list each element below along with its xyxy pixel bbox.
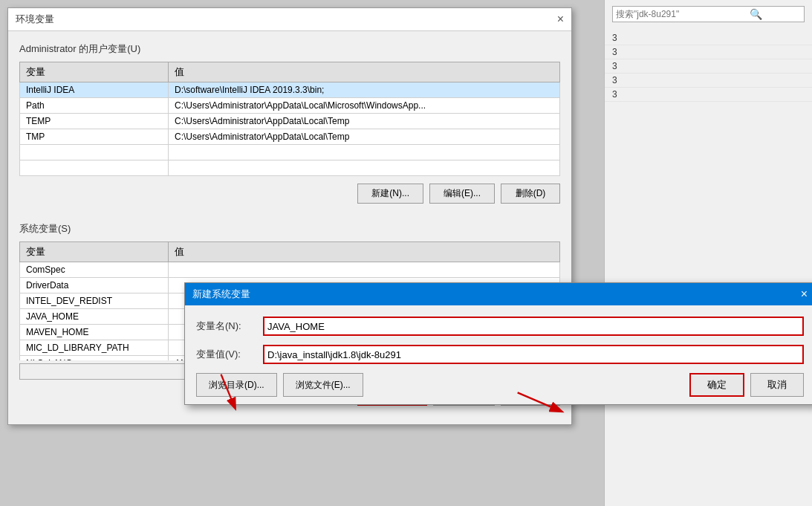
var-value-row: 变量值(V): xyxy=(196,345,804,364)
user-row-var: TMP xyxy=(20,129,169,145)
browse-file-button[interactable]: 浏览文件(E)... xyxy=(283,373,363,397)
env-dialog-titlebar: 环境变量 × xyxy=(8,8,571,31)
search-button[interactable]: 🔍 xyxy=(750,8,762,20)
user-table-row[interactable]: TMP C:\Users\Administrator\AppData\Local… xyxy=(20,129,560,145)
background-right-panel: 🔍 3 3 3 3 3 xyxy=(604,0,812,506)
new-var-btn-row: 浏览目录(D)... 浏览文件(E)... 确定 取消 xyxy=(196,373,804,397)
user-new-button[interactable]: 新建(N)... xyxy=(357,184,423,204)
user-row-val: C:\Users\Administrator\AppData\Local\Mic… xyxy=(169,98,560,114)
new-var-left-buttons: 浏览目录(D)... 浏览文件(E)... xyxy=(196,373,683,397)
user-table-row[interactable]: Path C:\Users\Administrator\AppData\Loca… xyxy=(20,98,560,114)
new-var-close-button[interactable]: × xyxy=(801,288,808,300)
user-table-row[interactable] xyxy=(20,160,560,176)
user-table-row[interactable] xyxy=(20,145,560,160)
sys-row-val xyxy=(169,262,560,278)
search-input[interactable] xyxy=(616,9,750,19)
user-table-row[interactable]: TEMP C:\Users\Administrator\AppData\Loca… xyxy=(20,114,560,129)
var-name-label: 变量名(N): xyxy=(196,320,263,333)
sys-row-var: DriverData xyxy=(20,278,169,293)
bg-list-item: 3 xyxy=(605,88,812,102)
new-var-dialog: 新建系统变量 × 变量名(N): 变量值(V): 浏览目录(D)... 浏览文件… xyxy=(184,282,812,405)
sys-row-var: ComSpec xyxy=(20,262,169,278)
user-col-val: 值 xyxy=(169,62,560,82)
user-row-var: TEMP xyxy=(20,114,169,129)
bg-list-item: 3 xyxy=(605,45,812,59)
sys-col-val: 值 xyxy=(169,242,560,262)
sys-section-title: 系统变量(S) xyxy=(19,222,560,236)
user-delete-button[interactable]: 删除(D) xyxy=(501,184,560,204)
var-name-row: 变量名(N): xyxy=(196,317,804,336)
sys-table-row[interactable]: ComSpec xyxy=(20,262,560,278)
user-btn-row: 新建(N)... 编辑(E)... 删除(D) xyxy=(19,184,560,204)
env-dialog-close[interactable]: × xyxy=(557,13,564,25)
new-var-titlebar: 新建系统变量 × xyxy=(185,283,812,305)
user-row-val: D:\software\IntelliJ IDEA 2019.3.3\bin; xyxy=(169,82,560,98)
new-var-right-buttons: 确定 取消 xyxy=(689,373,804,397)
confirm-button[interactable]: 确定 xyxy=(689,373,744,397)
sys-row-var: INTEL_DEV_REDIST xyxy=(20,293,169,309)
browse-dir-button[interactable]: 浏览目录(D)... xyxy=(196,373,277,397)
search-bar[interactable]: 🔍 xyxy=(612,6,805,22)
cancel-button[interactable]: 取消 xyxy=(750,373,804,397)
user-var-table: 变量 值 IntelliJ IDEA D:\software\IntelliJ … xyxy=(19,62,560,176)
user-table-row[interactable]: IntelliJ IDEA D:\software\IntelliJ IDEA … xyxy=(20,82,560,98)
user-section-title: Administrator 的用户变量(U) xyxy=(19,42,560,56)
bg-list-item: 3 xyxy=(605,59,812,74)
var-name-input[interactable] xyxy=(263,317,804,336)
bg-list-item: 3 xyxy=(605,74,812,88)
sys-row-var: MAVEN_HOME xyxy=(20,325,169,340)
user-col-var: 变量 xyxy=(20,62,169,82)
user-edit-button[interactable]: 编辑(E)... xyxy=(429,184,495,204)
sys-row-var: JAVA_HOME xyxy=(20,309,169,325)
sys-col-var: 变量 xyxy=(20,242,169,262)
new-var-title: 新建系统变量 xyxy=(192,288,250,301)
new-var-body: 变量名(N): 变量值(V): 浏览目录(D)... 浏览文件(E)... 确定… xyxy=(185,305,812,404)
bg-list-item: 3 xyxy=(605,31,812,45)
sys-row-var: MIC_LD_LIBRARY_PATH xyxy=(20,340,169,356)
bg-list: 3 3 3 3 3 xyxy=(605,28,812,105)
var-value-input[interactable] xyxy=(263,345,804,364)
env-dialog-title: 环境变量 xyxy=(16,13,54,26)
user-row-var: IntelliJ IDEA xyxy=(20,82,169,98)
sys-row-var: NLS_LANG xyxy=(20,356,169,361)
var-value-label: 变量值(V): xyxy=(196,348,263,361)
user-row-var: Path xyxy=(20,98,169,114)
user-row-val: C:\Users\Administrator\AppData\Local\Tem… xyxy=(169,129,560,145)
env-dialog-body: Administrator 的用户变量(U) 变量 值 IntelliJ IDE… xyxy=(8,31,571,222)
user-row-val: C:\Users\Administrator\AppData\Local\Tem… xyxy=(169,114,560,129)
